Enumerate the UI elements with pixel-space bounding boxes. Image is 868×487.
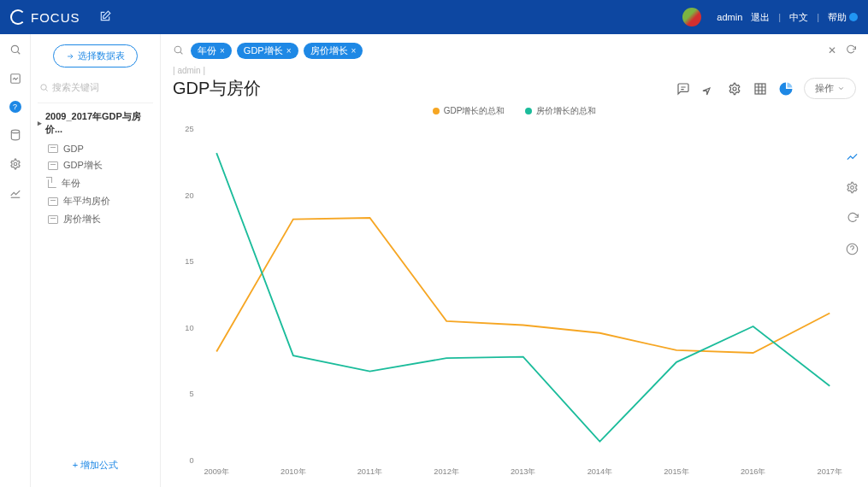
trend-icon[interactable] xyxy=(9,186,22,200)
field-type-icon xyxy=(48,197,58,206)
filter-chip[interactable]: 年份× xyxy=(191,43,232,59)
svg-text:2016年: 2016年 xyxy=(741,467,765,476)
chart-tools xyxy=(844,149,859,256)
close-icon[interactable]: × xyxy=(220,46,225,56)
database-icon[interactable] xyxy=(9,128,22,142)
operations-button[interactable]: 操作 xyxy=(804,78,856,99)
legend-dot-icon xyxy=(525,108,532,114)
help-icon[interactable] xyxy=(844,241,859,256)
field-label: GDP xyxy=(63,144,84,154)
chart-legend: GDP增长的总和房价增长的总和 xyxy=(173,105,856,117)
field-type-icon xyxy=(48,144,58,153)
separator: | xyxy=(817,12,819,22)
field-type-icon xyxy=(48,179,56,188)
search-icon[interactable] xyxy=(173,44,184,58)
icon-rail: ? xyxy=(0,34,31,487)
svg-text:2010年: 2010年 xyxy=(280,467,305,476)
svg-text:20: 20 xyxy=(185,191,193,200)
gear-icon[interactable] xyxy=(9,157,22,171)
title-actions: 操作 xyxy=(676,78,856,99)
field-item[interactable]: 房价增长 xyxy=(38,210,153,228)
line-chart-icon[interactable] xyxy=(844,149,859,164)
user-name[interactable]: admin xyxy=(717,12,742,22)
svg-point-3 xyxy=(14,162,17,166)
field-label: 房价增长 xyxy=(63,213,101,226)
sidebar-search[interactable]: 搜索关键词 xyxy=(38,78,153,103)
logout-link[interactable]: 退出 xyxy=(751,11,770,24)
close-icon[interactable]: ✕ xyxy=(828,44,836,58)
chip-label: GDP增长 xyxy=(244,44,283,57)
field-label: GDP增长 xyxy=(63,159,103,172)
brand-text: FOCUS xyxy=(31,10,80,25)
legend-label: GDP增长的总和 xyxy=(444,105,505,117)
chip-row: 年份×GDP增长×房价增长× ✕ xyxy=(173,43,856,59)
refresh-icon[interactable] xyxy=(844,210,859,226)
add-formula-button[interactable]: + 增加公式 xyxy=(38,454,153,477)
active-nav-icon[interactable]: ? xyxy=(9,101,21,113)
svg-text:2011年: 2011年 xyxy=(357,467,382,476)
help-link[interactable]: 帮助 xyxy=(828,11,858,24)
select-table-label: 选择数据表 xyxy=(78,50,125,62)
arrow-icon xyxy=(66,52,74,61)
svg-point-2 xyxy=(11,130,19,133)
main-panel: 年份×GDP增长×房价增长× ✕ | admin | GDP与房价 操作 xyxy=(161,34,868,487)
svg-text:15: 15 xyxy=(185,257,193,266)
legend-dot-icon xyxy=(433,108,440,114)
svg-text:25: 25 xyxy=(185,125,193,133)
dataset-title[interactable]: 2009_2017年GDP与房价... xyxy=(38,110,153,136)
legend-label: 房价增长的总和 xyxy=(536,105,596,117)
svg-text:5: 5 xyxy=(189,390,193,398)
pie-chart-icon[interactable] xyxy=(778,81,794,97)
legend-item[interactable]: 房价增长的总和 xyxy=(525,105,596,117)
app-header: FOCUS admin 退出 | 中文 | 帮助 xyxy=(0,0,868,34)
legend-item[interactable]: GDP增长的总和 xyxy=(433,105,505,117)
search-icon[interactable] xyxy=(9,43,22,56)
svg-rect-7 xyxy=(755,84,765,94)
close-icon[interactable]: × xyxy=(286,46,292,56)
lang-link[interactable]: 中文 xyxy=(789,11,808,24)
table-icon[interactable] xyxy=(753,81,768,97)
svg-text:10: 10 xyxy=(185,324,193,332)
comment-icon[interactable] xyxy=(676,81,691,97)
search-placeholder: 搜索关键词 xyxy=(52,81,99,94)
filter-chip[interactable]: 房价增长× xyxy=(304,43,363,59)
refresh-icon[interactable] xyxy=(845,44,856,58)
separator: | xyxy=(778,12,781,22)
field-item[interactable]: GDP增长 xyxy=(38,156,153,174)
gear-icon[interactable] xyxy=(727,81,742,97)
sidebar: 选择数据表 搜索关键词 2009_2017年GDP与房价... GDPGDP增长… xyxy=(31,34,161,487)
chip-label: 房价增长 xyxy=(310,44,348,57)
svg-point-0 xyxy=(11,45,18,52)
field-type-icon xyxy=(48,161,58,170)
svg-text:2017年: 2017年 xyxy=(818,467,842,476)
svg-text:2014年: 2014年 xyxy=(588,467,612,476)
chart-title: GDP与房价 xyxy=(173,77,261,100)
svg-point-6 xyxy=(733,87,736,91)
header-right: admin 退出 | 中文 | 帮助 xyxy=(682,8,858,26)
field-item[interactable]: 年份 xyxy=(38,174,153,192)
field-item[interactable]: GDP xyxy=(38,141,153,156)
svg-text:0: 0 xyxy=(189,456,193,465)
avatar[interactable] xyxy=(682,8,701,26)
chip-label: 年份 xyxy=(198,44,216,57)
edit-icon[interactable] xyxy=(99,10,111,25)
chart-area: GDP增长的总和房价增长的总和 05101520252009年2010年2011… xyxy=(173,105,856,482)
svg-text:2013年: 2013年 xyxy=(511,467,535,476)
brand-logo: FOCUS xyxy=(10,9,80,25)
select-table-button[interactable]: 选择数据表 xyxy=(53,44,138,67)
chevron-down-icon xyxy=(837,85,845,92)
gear-icon[interactable] xyxy=(844,179,859,195)
field-item[interactable]: 年平均房价 xyxy=(38,192,153,210)
line-chart: 05101520252009年2010年2011年2012年2013年2014年… xyxy=(173,120,856,479)
breadcrumb: | admin | xyxy=(173,66,856,75)
svg-point-5 xyxy=(174,46,181,53)
field-type-icon xyxy=(48,215,58,224)
pin-icon[interactable] xyxy=(701,81,717,97)
filter-chip[interactable]: GDP增长× xyxy=(237,43,298,59)
close-icon[interactable]: × xyxy=(351,46,357,56)
chart-icon[interactable] xyxy=(9,72,22,85)
logo-mark-icon xyxy=(10,9,26,25)
search-icon xyxy=(39,83,49,92)
field-label: 年平均房价 xyxy=(63,195,110,208)
svg-text:2015年: 2015年 xyxy=(664,467,688,476)
